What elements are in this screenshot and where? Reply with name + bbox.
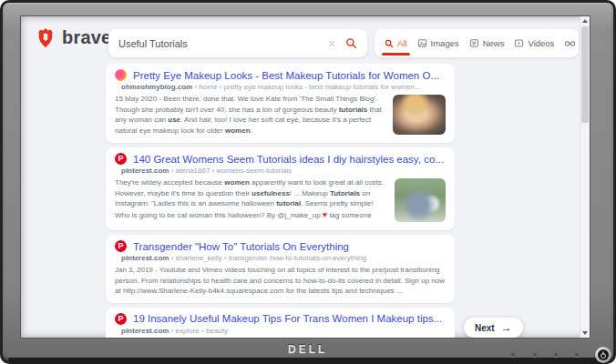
scrollbar[interactable]: [580, 16, 590, 338]
result-title-link[interactable]: Pretty Eye Makeup Looks - Best Makeup Tu…: [133, 70, 446, 81]
woman-portrait-thumbnail[interactable]: [393, 95, 446, 135]
search-tabs-bar: All Images News: [375, 29, 579, 57]
result-title-link[interactable]: 19 Insanely Useful Makeup Tips For Trans…: [133, 313, 446, 324]
news-icon: [469, 38, 479, 48]
result-url-domain: pinterest.com: [121, 254, 169, 262]
brave-logo[interactable]: brave: [36, 26, 111, 49]
active-tab-underline: [382, 53, 410, 56]
tab-label: News: [483, 38, 505, 48]
result-url-domain: pinterest.com: [121, 327, 169, 335]
result-url: pinterest.com › explore › beauty: [121, 327, 446, 335]
clear-search-icon[interactable]: ×: [328, 37, 335, 50]
result-description: They're widely accepted because women ap…: [115, 177, 446, 221]
scroll-up-icon[interactable]: [582, 19, 588, 23]
next-label: Next: [475, 323, 495, 333]
tab-all[interactable]: All: [385, 38, 407, 48]
search-query-text[interactable]: Useful Tutorials: [118, 38, 328, 49]
monitor-menu-button[interactable]: [511, 353, 515, 357]
monitor-menu-button[interactable]: [554, 353, 558, 357]
results-list: Pretty Eye Makeup Looks - Best Makeup Tu…: [106, 64, 455, 339]
result-description: 15 May 2020 - Been there, done that. We …: [115, 94, 446, 136]
result-url-domain: pinterest.com: [121, 167, 169, 175]
result-url: ohmeohmyblog.com › home › pretty eye mak…: [121, 83, 446, 91]
search-result: P 140 Great Womens Seem Tutorials ideas …: [106, 147, 455, 230]
result-url-path: › explore › beauty: [169, 327, 227, 335]
result-url: pinterest.com › atena1867 › womens-seem-…: [121, 167, 446, 175]
goggles-icon: [564, 40, 576, 47]
next-page-button[interactable]: Next →: [464, 318, 523, 338]
tab-label: Videos: [528, 38, 554, 48]
search-submit-icon[interactable]: [345, 37, 357, 49]
result-title-link[interactable]: 140 Great Womens Seem Tutorials ideas I …: [133, 154, 446, 165]
brave-wordmark: brave: [62, 27, 111, 48]
result-description: 12 April 2016 - Apr 3, 2020 - Bookmark t…: [115, 338, 446, 339]
monitor: brave Useful Tutorials × All: [0, 0, 616, 364]
search-result: P Transgender "How To" Tutorials On Ever…: [106, 235, 455, 303]
pinterest-favicon-icon: P: [115, 313, 127, 325]
result-url-domain: ohmeohmyblog.com: [121, 83, 192, 91]
heart-icon: ♥: [323, 210, 327, 219]
pinterest-favicon-icon: P: [115, 240, 127, 252]
result-title-link[interactable]: Transgender "How To" Tutorials On Everyt…: [133, 241, 446, 252]
result-url-path: › atena1867 › womens-seem-tutorials: [169, 167, 292, 175]
search-result: Pretty Eye Makeup Looks - Best Makeup Tu…: [106, 64, 455, 143]
power-icon-tick: [603, 351, 604, 355]
power-button-core: [598, 349, 609, 360]
search-icon: [385, 39, 394, 48]
tab-news[interactable]: News: [469, 38, 505, 48]
result-url-path: › sharlene_kelly › transgender-how-to-tu…: [169, 254, 366, 262]
flower-favicon-icon: [115, 69, 127, 81]
scrollbar-thumb[interactable]: [581, 26, 589, 123]
tab-images[interactable]: Images: [417, 38, 459, 48]
right-arrow-icon: →: [501, 321, 512, 334]
videos-icon: [514, 38, 524, 48]
tab-videos[interactable]: Videos: [514, 38, 554, 48]
result-url: pinterest.com › sharlene_kelly › transge…: [121, 254, 446, 262]
dell-logo: DELL: [288, 343, 327, 356]
images-icon: [417, 38, 427, 48]
monitor-menu-button[interactable]: [533, 353, 537, 357]
search-result: P 19 Insanely Useful Makeup Tips For Tra…: [106, 308, 455, 339]
pinterest-favicon-icon: P: [115, 153, 127, 165]
monitor-bottom-edge: [8, 358, 608, 364]
result-description: Jan 3, 2019 - Youtube and Vimeo videos t…: [115, 265, 446, 297]
screen: brave Useful Tutorials × All: [20, 15, 590, 339]
scroll-down-icon[interactable]: [582, 331, 588, 335]
monitor-menu-button[interactable]: [575, 353, 579, 357]
outdoor-person-thumbnail[interactable]: [395, 178, 446, 222]
tab-label: Images: [431, 38, 459, 48]
result-url-path: › home › pretty eye makeup looks - best …: [192, 83, 420, 91]
tab-label: All: [397, 38, 407, 48]
search-input[interactable]: Useful Tutorials ×: [108, 29, 367, 57]
brave-shield-icon: [36, 26, 56, 49]
power-button[interactable]: [595, 347, 611, 363]
